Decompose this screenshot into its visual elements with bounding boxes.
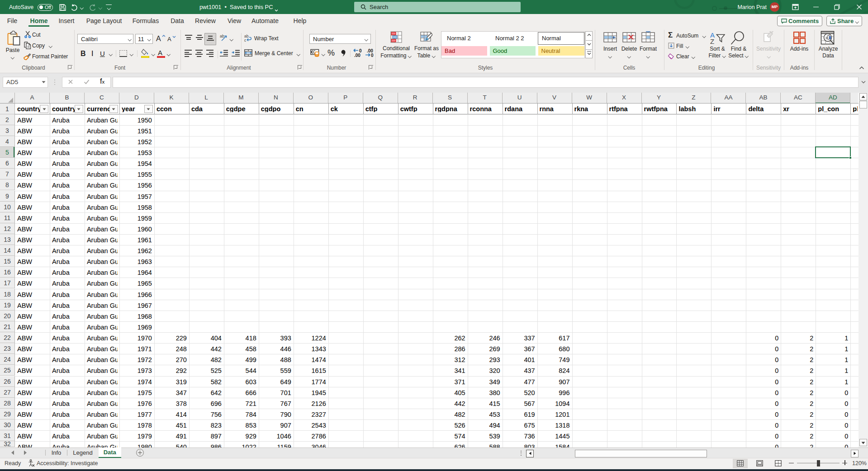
svg-text:0: 0	[371, 53, 374, 57]
svg-text:.00: .00	[354, 53, 360, 57]
svg-text:ab: ab	[220, 34, 224, 38]
svg-text:Z: Z	[710, 38, 714, 44]
